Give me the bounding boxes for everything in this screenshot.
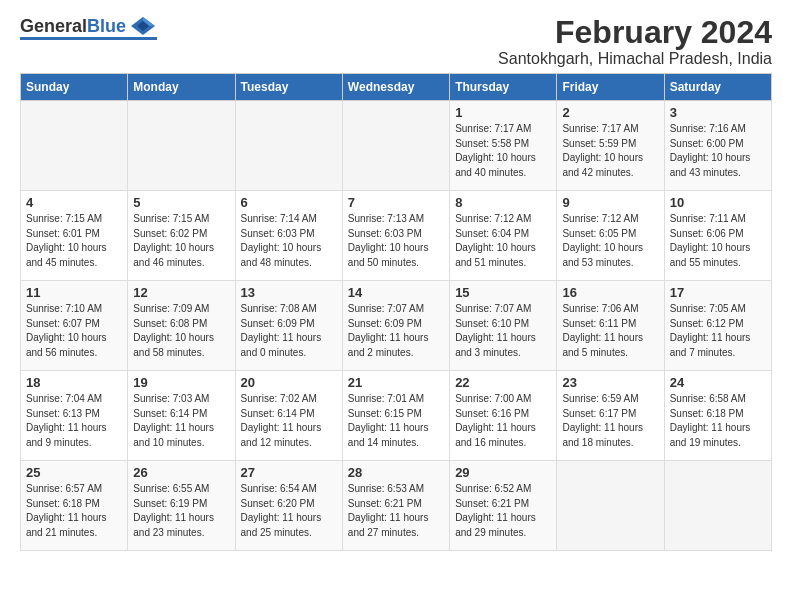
day-info: Sunrise: 7:15 AMSunset: 6:01 PMDaylight:… [26,212,122,270]
table-cell: 27Sunrise: 6:54 AMSunset: 6:20 PMDayligh… [235,461,342,551]
week-row-3: 11Sunrise: 7:10 AMSunset: 6:07 PMDayligh… [21,281,772,371]
table-cell: 14Sunrise: 7:07 AMSunset: 6:09 PMDayligh… [342,281,449,371]
day-info: Sunrise: 7:16 AMSunset: 6:00 PMDaylight:… [670,122,766,180]
day-number: 7 [348,195,444,210]
day-number: 14 [348,285,444,300]
table-cell [235,101,342,191]
table-cell: 20Sunrise: 7:02 AMSunset: 6:14 PMDayligh… [235,371,342,461]
page-title: February 2024 [498,15,772,50]
day-number: 10 [670,195,766,210]
table-cell [128,101,235,191]
day-info: Sunrise: 6:53 AMSunset: 6:21 PMDaylight:… [348,482,444,540]
day-info: Sunrise: 6:59 AMSunset: 6:17 PMDaylight:… [562,392,658,450]
table-cell: 10Sunrise: 7:11 AMSunset: 6:06 PMDayligh… [664,191,771,281]
day-info: Sunrise: 7:17 AMSunset: 5:59 PMDaylight:… [562,122,658,180]
day-info: Sunrise: 6:58 AMSunset: 6:18 PMDaylight:… [670,392,766,450]
day-number: 16 [562,285,658,300]
day-info: Sunrise: 6:55 AMSunset: 6:19 PMDaylight:… [133,482,229,540]
day-info: Sunrise: 7:05 AMSunset: 6:12 PMDaylight:… [670,302,766,360]
table-cell: 7Sunrise: 7:13 AMSunset: 6:03 PMDaylight… [342,191,449,281]
day-number: 12 [133,285,229,300]
calendar-header-row: Sunday Monday Tuesday Wednesday Thursday… [21,74,772,101]
day-number: 8 [455,195,551,210]
day-info: Sunrise: 7:17 AMSunset: 5:58 PMDaylight:… [455,122,551,180]
col-wednesday: Wednesday [342,74,449,101]
table-cell: 16Sunrise: 7:06 AMSunset: 6:11 PMDayligh… [557,281,664,371]
day-number: 18 [26,375,122,390]
col-sunday: Sunday [21,74,128,101]
day-number: 4 [26,195,122,210]
table-cell: 1Sunrise: 7:17 AMSunset: 5:58 PMDaylight… [450,101,557,191]
table-cell: 2Sunrise: 7:17 AMSunset: 5:59 PMDaylight… [557,101,664,191]
day-info: Sunrise: 6:57 AMSunset: 6:18 PMDaylight:… [26,482,122,540]
day-info: Sunrise: 7:00 AMSunset: 6:16 PMDaylight:… [455,392,551,450]
day-number: 22 [455,375,551,390]
day-info: Sunrise: 7:01 AMSunset: 6:15 PMDaylight:… [348,392,444,450]
col-thursday: Thursday [450,74,557,101]
day-info: Sunrise: 6:54 AMSunset: 6:20 PMDaylight:… [241,482,337,540]
day-info: Sunrise: 7:12 AMSunset: 6:05 PMDaylight:… [562,212,658,270]
table-cell: 23Sunrise: 6:59 AMSunset: 6:17 PMDayligh… [557,371,664,461]
day-number: 24 [670,375,766,390]
week-row-4: 18Sunrise: 7:04 AMSunset: 6:13 PMDayligh… [21,371,772,461]
day-info: Sunrise: 7:04 AMSunset: 6:13 PMDaylight:… [26,392,122,450]
day-info: Sunrise: 7:07 AMSunset: 6:10 PMDaylight:… [455,302,551,360]
table-cell: 8Sunrise: 7:12 AMSunset: 6:04 PMDaylight… [450,191,557,281]
day-number: 5 [133,195,229,210]
table-cell: 19Sunrise: 7:03 AMSunset: 6:14 PMDayligh… [128,371,235,461]
table-cell: 6Sunrise: 7:14 AMSunset: 6:03 PMDaylight… [235,191,342,281]
table-cell [342,101,449,191]
day-number: 11 [26,285,122,300]
table-cell: 25Sunrise: 6:57 AMSunset: 6:18 PMDayligh… [21,461,128,551]
table-cell: 17Sunrise: 7:05 AMSunset: 6:12 PMDayligh… [664,281,771,371]
logo: General Blue [20,15,157,40]
table-cell: 9Sunrise: 7:12 AMSunset: 6:05 PMDaylight… [557,191,664,281]
table-cell: 5Sunrise: 7:15 AMSunset: 6:02 PMDaylight… [128,191,235,281]
col-saturday: Saturday [664,74,771,101]
logo-blue: Blue [87,16,126,37]
day-number: 2 [562,105,658,120]
col-friday: Friday [557,74,664,101]
day-info: Sunrise: 7:02 AMSunset: 6:14 PMDaylight:… [241,392,337,450]
week-row-5: 25Sunrise: 6:57 AMSunset: 6:18 PMDayligh… [21,461,772,551]
col-tuesday: Tuesday [235,74,342,101]
day-number: 6 [241,195,337,210]
table-cell: 13Sunrise: 7:08 AMSunset: 6:09 PMDayligh… [235,281,342,371]
table-cell [557,461,664,551]
table-cell: 11Sunrise: 7:10 AMSunset: 6:07 PMDayligh… [21,281,128,371]
day-number: 28 [348,465,444,480]
page-subtitle: Santokhgarh, Himachal Pradesh, India [498,50,772,68]
day-info: Sunrise: 7:12 AMSunset: 6:04 PMDaylight:… [455,212,551,270]
day-number: 9 [562,195,658,210]
day-info: Sunrise: 7:11 AMSunset: 6:06 PMDaylight:… [670,212,766,270]
day-info: Sunrise: 7:09 AMSunset: 6:08 PMDaylight:… [133,302,229,360]
day-number: 29 [455,465,551,480]
day-info: Sunrise: 7:08 AMSunset: 6:09 PMDaylight:… [241,302,337,360]
day-number: 17 [670,285,766,300]
day-info: Sunrise: 7:06 AMSunset: 6:11 PMDaylight:… [562,302,658,360]
day-number: 20 [241,375,337,390]
table-cell [664,461,771,551]
logo-icon [129,15,157,37]
day-number: 13 [241,285,337,300]
day-number: 1 [455,105,551,120]
table-cell: 22Sunrise: 7:00 AMSunset: 6:16 PMDayligh… [450,371,557,461]
table-cell: 24Sunrise: 6:58 AMSunset: 6:18 PMDayligh… [664,371,771,461]
title-block: February 2024 Santokhgarh, Himachal Prad… [498,15,772,68]
calendar-table: Sunday Monday Tuesday Wednesday Thursday… [20,73,772,551]
table-cell: 21Sunrise: 7:01 AMSunset: 6:15 PMDayligh… [342,371,449,461]
day-info: Sunrise: 7:15 AMSunset: 6:02 PMDaylight:… [133,212,229,270]
table-cell: 29Sunrise: 6:52 AMSunset: 6:21 PMDayligh… [450,461,557,551]
week-row-1: 1Sunrise: 7:17 AMSunset: 5:58 PMDaylight… [21,101,772,191]
table-cell: 3Sunrise: 7:16 AMSunset: 6:00 PMDaylight… [664,101,771,191]
day-number: 27 [241,465,337,480]
day-number: 25 [26,465,122,480]
day-number: 21 [348,375,444,390]
logo-general: General [20,16,87,37]
day-number: 3 [670,105,766,120]
table-cell: 15Sunrise: 7:07 AMSunset: 6:10 PMDayligh… [450,281,557,371]
table-cell: 12Sunrise: 7:09 AMSunset: 6:08 PMDayligh… [128,281,235,371]
day-number: 26 [133,465,229,480]
day-info: Sunrise: 7:07 AMSunset: 6:09 PMDaylight:… [348,302,444,360]
table-cell: 18Sunrise: 7:04 AMSunset: 6:13 PMDayligh… [21,371,128,461]
